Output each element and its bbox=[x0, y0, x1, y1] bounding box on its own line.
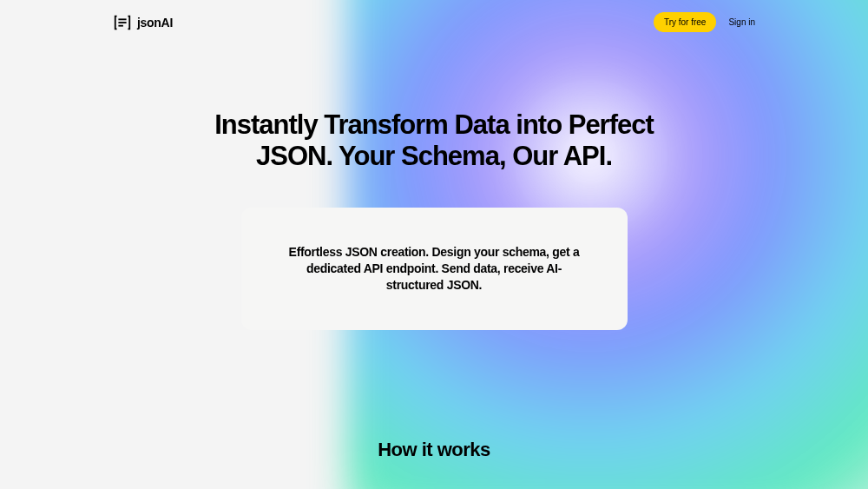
logo-text: jsonAI bbox=[137, 16, 173, 30]
hero-title-line2: JSON. Your Schema, Our API. bbox=[256, 141, 612, 171]
try-for-free-button[interactable]: Try for free bbox=[654, 12, 717, 32]
header-actions: Try for free Sign in bbox=[654, 12, 755, 32]
hero-title-line1: Instantly Transform Data into Perfect bbox=[214, 109, 654, 140]
logo-icon bbox=[113, 13, 132, 32]
signin-button[interactable]: Sign in bbox=[728, 17, 755, 27]
hero-card-text: Effortless JSON creation. Design your sc… bbox=[285, 244, 584, 294]
how-it-works-title: How it works bbox=[0, 439, 868, 461]
hero-title: Instantly Transform Data into Perfect JS… bbox=[0, 109, 868, 171]
hero-card: Effortless JSON creation. Design your sc… bbox=[241, 208, 628, 330]
hero-section: Instantly Transform Data into Perfect JS… bbox=[0, 109, 868, 330]
logo[interactable]: jsonAI bbox=[113, 13, 173, 32]
header: jsonAI Try for free Sign in bbox=[0, 0, 868, 44]
